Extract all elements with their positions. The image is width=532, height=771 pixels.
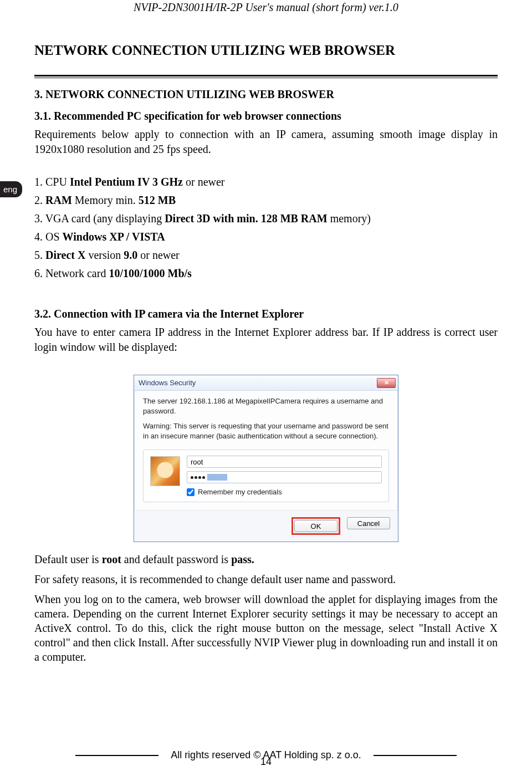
spec-item: 6. Network card 10/100/1000 Mb/s <box>34 267 498 280</box>
section-3-1-intro: Requirements below apply to connection w… <box>34 127 498 157</box>
section-3-title: 3. NETWORK CONNECTION UTILIZING WEB BROS… <box>34 88 498 101</box>
language-tab: eng <box>0 181 22 197</box>
dialog-message-2: Warning: This server is requesting that … <box>143 421 389 441</box>
section-3-2-intro: You have to enter camera IP address in t… <box>34 325 498 355</box>
dialog-title-text: Windows Security <box>139 379 377 387</box>
spec-item: 3. VGA card (any displaying Direct 3D wi… <box>34 212 498 225</box>
divider <box>34 75 498 78</box>
remember-checkbox-input[interactable] <box>187 488 195 496</box>
page-title: NETWORK CONNECTION UTILIZING WEB BROWSER <box>34 43 498 58</box>
remember-credentials-checkbox[interactable]: Remember my credentials <box>187 488 382 496</box>
dialog-titlebar: Windows Security ✕ <box>134 375 398 391</box>
default-credentials-line: Default user is root and default passwor… <box>34 552 498 566</box>
spec-item: 2. RAM Memory min. 512 MB <box>34 194 498 207</box>
cancel-button[interactable]: Cancel <box>347 517 390 529</box>
close-icon[interactable]: ✕ <box>377 378 396 388</box>
ok-button[interactable]: OK <box>294 520 337 532</box>
activex-paragraph: When you log on to the camera, web brows… <box>34 592 498 664</box>
safety-line: For safety reasons, it is recommended to… <box>34 572 498 586</box>
spec-item: 4. OS Windows XP / VISTA <box>34 231 498 243</box>
ok-button-highlight: OK <box>291 517 340 535</box>
page-number: 14 <box>0 756 532 768</box>
username-field[interactable] <box>187 456 382 468</box>
section-3-1-title: 3.1. Recommended PC specification for we… <box>34 110 498 122</box>
spec-list: 1. CPU Intel Pentium IV 3 GHz or newer 2… <box>34 176 498 280</box>
password-field[interactable] <box>187 471 382 483</box>
credentials-panel: Remember my credentials <box>143 450 389 502</box>
dialog-message-1: The server 192.168.1.186 at MegapixelIPC… <box>143 396 389 416</box>
user-avatar-icon <box>150 456 180 486</box>
windows-security-dialog: Windows Security ✕ The server 192.168.1.… <box>134 375 398 542</box>
spec-item: 1. CPU Intel Pentium IV 3 GHz or newer <box>34 176 498 188</box>
doc-header: NVIP-2DN3001H/IR-2P User's manual (short… <box>34 0 498 14</box>
spec-item: 5. Direct X version 9.0 or newer <box>34 249 498 262</box>
remember-label: Remember my credentials <box>198 488 282 496</box>
section-3-2-title: 3.2. Connection with IP camera via the I… <box>34 308 498 320</box>
